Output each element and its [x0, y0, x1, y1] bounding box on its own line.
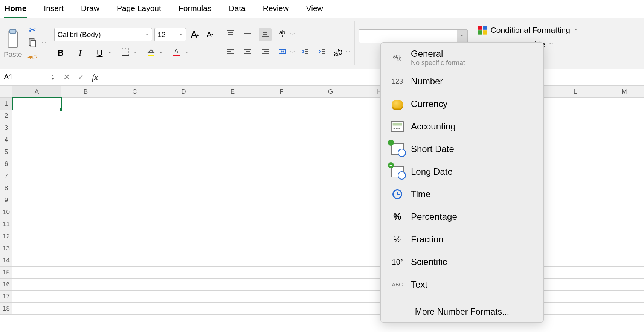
col-header-M[interactable]: M	[600, 86, 644, 98]
cell[interactable]	[306, 182, 355, 194]
cell[interactable]	[61, 230, 110, 242]
row-header-8[interactable]: 8	[0, 182, 12, 194]
cell[interactable]	[110, 230, 159, 242]
col-header-D[interactable]: D	[159, 86, 208, 98]
cell[interactable]	[600, 206, 644, 218]
menu-item-time[interactable]: Time	[381, 183, 543, 206]
menu-item-short-date[interactable]: Short Date	[381, 138, 543, 160]
cell[interactable]	[159, 146, 208, 158]
col-header-E[interactable]: E	[208, 86, 257, 98]
tab-data[interactable]: Data	[228, 2, 246, 18]
cell[interactable]	[12, 303, 61, 315]
cell[interactable]	[12, 279, 61, 291]
row-header-3[interactable]: 3	[0, 122, 12, 134]
cell[interactable]	[551, 146, 600, 158]
cell[interactable]	[551, 206, 600, 218]
cell[interactable]	[110, 218, 159, 230]
menu-item-long-date[interactable]: Long Date	[381, 160, 543, 183]
cell[interactable]	[551, 230, 600, 242]
menu-item-fraction[interactable]: ½ Fraction	[381, 228, 543, 251]
cell[interactable]	[12, 146, 61, 158]
copy-dropdown[interactable]: ﹀	[42, 40, 46, 47]
cell[interactable]	[110, 267, 159, 279]
cell[interactable]	[110, 279, 159, 291]
cell[interactable]	[110, 254, 159, 267]
borders-dropdown[interactable]: ﹀	[133, 50, 138, 56]
cell[interactable]	[12, 254, 61, 267]
cell[interactable]	[110, 170, 159, 182]
cell[interactable]	[306, 291, 355, 303]
underline-button[interactable]: U	[93, 47, 106, 59]
cell[interactable]	[110, 110, 159, 122]
bold-button[interactable]: B	[54, 47, 67, 59]
cell[interactable]	[159, 242, 208, 254]
cell[interactable]	[12, 291, 61, 303]
row-header-18[interactable]: 18	[0, 303, 12, 315]
menu-item-more-formats[interactable]: More Number Formats...	[381, 302, 543, 319]
col-header-G[interactable]: G	[306, 86, 355, 98]
italic-button[interactable]: I	[74, 47, 87, 59]
cell[interactable]	[551, 242, 600, 254]
cell[interactable]	[551, 218, 600, 230]
cell[interactable]	[61, 110, 110, 122]
cell[interactable]	[306, 218, 355, 230]
align-middle-button[interactable]	[241, 28, 254, 41]
col-header-C[interactable]: C	[110, 86, 159, 98]
cell[interactable]	[61, 242, 110, 254]
cell[interactable]	[159, 134, 208, 146]
cell[interactable]	[257, 182, 306, 194]
cell[interactable]	[551, 279, 600, 291]
cell[interactable]	[61, 170, 110, 182]
cell[interactable]	[110, 98, 159, 110]
cell[interactable]	[61, 98, 110, 110]
cell[interactable]	[110, 158, 159, 170]
cell[interactable]	[61, 194, 110, 206]
cell[interactable]	[600, 98, 644, 110]
cell[interactable]	[12, 267, 61, 279]
cell[interactable]	[61, 291, 110, 303]
cell[interactable]	[159, 267, 208, 279]
cell[interactable]	[257, 279, 306, 291]
tab-review[interactable]: Review	[262, 2, 290, 18]
align-left-button[interactable]	[224, 46, 237, 59]
row-header-13[interactable]: 13	[0, 242, 12, 254]
cell[interactable]	[600, 291, 644, 303]
cell[interactable]	[306, 267, 355, 279]
cell[interactable]	[110, 303, 159, 315]
cell[interactable]	[208, 303, 257, 315]
cell[interactable]	[600, 254, 644, 267]
cell[interactable]	[61, 134, 110, 146]
format-painter-button[interactable]: 🖌	[26, 52, 39, 63]
row-header-4[interactable]: 4	[0, 134, 12, 146]
number-format-dropdown-button[interactable]: ﹀	[457, 30, 467, 43]
row-header-15[interactable]: 15	[0, 267, 12, 279]
menu-item-number[interactable]: 123 Number	[381, 70, 543, 93]
wrap-text-button[interactable]: ab⤶	[276, 28, 289, 41]
cell[interactable]	[600, 279, 644, 291]
cell[interactable]	[159, 206, 208, 218]
cell[interactable]	[110, 122, 159, 134]
row-header-6[interactable]: 6	[0, 158, 12, 170]
align-top-button[interactable]	[224, 28, 237, 41]
cell[interactable]	[600, 122, 644, 134]
cell[interactable]	[306, 98, 355, 110]
cell[interactable]	[551, 267, 600, 279]
tab-draw[interactable]: Draw	[80, 2, 100, 18]
cell[interactable]	[551, 182, 600, 194]
cell[interactable]	[551, 122, 600, 134]
cell[interactable]	[208, 98, 257, 110]
increase-indent-button[interactable]	[315, 46, 328, 59]
col-header-L[interactable]: L	[551, 86, 600, 98]
cell[interactable]	[12, 230, 61, 242]
cell[interactable]	[12, 134, 61, 146]
cell[interactable]	[600, 303, 644, 315]
row-header-10[interactable]: 10	[0, 206, 12, 218]
conditional-formatting-button[interactable]: Conditional Formatting ﹀	[476, 24, 580, 36]
cell[interactable]	[159, 218, 208, 230]
col-header-F[interactable]: F	[257, 86, 306, 98]
cell[interactable]	[159, 194, 208, 206]
orientation-dropdown[interactable]: ﹀	[346, 49, 351, 56]
cell[interactable]	[257, 291, 306, 303]
cell[interactable]	[208, 194, 257, 206]
cell[interactable]	[257, 134, 306, 146]
